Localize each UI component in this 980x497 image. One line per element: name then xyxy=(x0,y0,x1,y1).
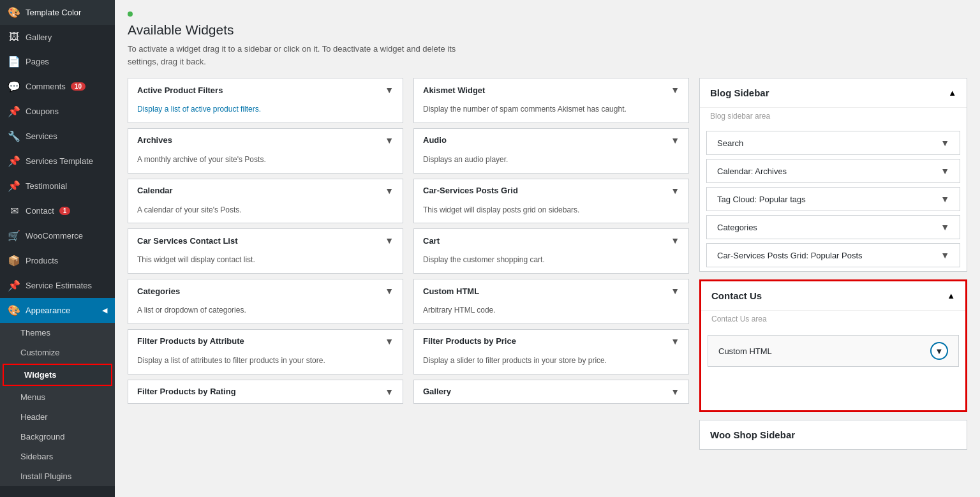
chevron-down-icon: ▼ xyxy=(385,235,394,246)
widget-car-services-contact-list-desc: This widget will display contact list. xyxy=(128,252,403,273)
sidebar-item-products[interactable]: 📦 Products xyxy=(0,248,115,273)
products-icon: 📦 xyxy=(8,255,20,267)
sidebar-item-services[interactable]: 🔧 Services xyxy=(0,124,115,149)
woocommerce-icon: 🛒 xyxy=(8,230,20,242)
widget-car-services-posts-grid-header[interactable]: Car-Services Posts Grid ▼ xyxy=(414,179,688,202)
sidebar-item-comments[interactable]: 💬 Comments 10 xyxy=(0,74,115,99)
sidebar-item-contact[interactable]: ✉ Contact 1 xyxy=(0,198,115,223)
gallery-icon: 🖼 xyxy=(8,31,20,43)
chevron-down-icon: ▼ xyxy=(935,346,944,356)
blog-sidebar-panel: Blog Sidebar ▲ Blog sidebar area Search … xyxy=(699,78,967,272)
sidebar-item-gallery[interactable]: 🖼 Gallery xyxy=(0,25,115,49)
chevron-down-icon: ▼ xyxy=(385,135,394,145)
widget-categories-desc: A list or dropdown of categories. xyxy=(128,302,403,323)
contact-icon: ✉ xyxy=(8,205,20,217)
widget-gallery[interactable]: Gallery ▼ xyxy=(413,380,689,404)
widget-car-services-posts-grid[interactable]: Car-Services Posts Grid ▼ This widget wi… xyxy=(413,179,689,224)
widget-audio-header[interactable]: Audio ▼ xyxy=(414,129,688,152)
widget-calendar-header[interactable]: Calendar ▼ xyxy=(128,179,403,202)
sidebar-item-appearance[interactable]: 🎨 Appearance ◀ xyxy=(0,298,115,323)
services-icon: 🔧 xyxy=(8,130,20,142)
testimonial-icon: 📌 xyxy=(8,180,20,192)
widget-filter-products-by-attribute-header[interactable]: Filter Products by Attribute ▼ xyxy=(128,330,403,353)
sidebar-item-woocommerce[interactable]: 🛒 WooCommerce xyxy=(0,223,115,248)
chevron-down-icon: ▼ xyxy=(385,186,394,196)
widget-filter-products-by-price-desc: Display a slider to filter products in y… xyxy=(414,353,688,374)
chevron-down-icon: ▼ xyxy=(671,135,679,145)
sidebar-item-service-estimates[interactable]: 📌 Service Estimates xyxy=(0,273,115,298)
widget-akismet[interactable]: Akismet Widget ▼ Display the number of s… xyxy=(413,78,689,123)
comments-badge: 10 xyxy=(71,82,85,91)
widget-filter-products-by-rating-header[interactable]: Filter Products by Rating ▼ xyxy=(128,380,403,403)
chevron-down-icon: ▼ xyxy=(671,387,679,397)
main-content: Available Widgets To activate a widget d… xyxy=(115,0,980,497)
submenu-sidebars[interactable]: Sidebars xyxy=(0,447,115,466)
widget-gallery-header[interactable]: Gallery ▼ xyxy=(414,380,688,403)
custom-html-expand-button[interactable]: ▼ xyxy=(930,342,948,360)
widget-calendar[interactable]: Calendar ▼ A calendar of your site's Pos… xyxy=(128,179,403,224)
widget-active-product-filters-header[interactable]: Active Product Filters ▼ xyxy=(128,78,403,101)
submenu-header[interactable]: Header xyxy=(0,407,115,427)
widget-active-product-filters[interactable]: Active Product Filters ▼ Display a list … xyxy=(128,78,403,123)
contact-us-custom-html-widget[interactable]: Custom HTML ▼ xyxy=(708,335,959,367)
coupons-icon: 📌 xyxy=(8,105,20,117)
blog-sidebar-widget-car-services-posts[interactable]: Car-Services Posts Grid: Popular Posts ▼ xyxy=(706,243,960,267)
template-color-icon: 🎨 xyxy=(8,6,20,19)
blog-sidebar-widget-categories[interactable]: Categories ▼ xyxy=(706,215,960,239)
woo-shop-sidebar-header[interactable]: Woo Shop Sidebar xyxy=(700,420,967,449)
chevron-down-icon: ▼ xyxy=(940,138,949,148)
blog-sidebar-title: Blog Sidebar xyxy=(710,87,769,98)
sidebar-item-pages[interactable]: 📄 Pages xyxy=(0,49,115,74)
submenu-menus[interactable]: Menus xyxy=(0,387,115,407)
submenu-customize[interactable]: Customize xyxy=(0,343,115,362)
blog-sidebar-panel-header[interactable]: Blog Sidebar ▲ xyxy=(700,78,967,108)
widget-custom-html[interactable]: Custom HTML ▼ Arbitrary HTML code. xyxy=(413,279,689,324)
chevron-down-icon: ▼ xyxy=(385,286,394,296)
widget-akismet-header[interactable]: Akismet Widget ▼ xyxy=(414,78,688,101)
widget-car-services-contact-list-header[interactable]: Car Services Contact List ▼ xyxy=(128,229,403,252)
chevron-down-icon: ▼ xyxy=(385,387,394,397)
widget-calendar-desc: A calendar of your site's Posts. xyxy=(128,202,403,223)
chevron-up-icon: ▲ xyxy=(947,291,955,300)
sidebar-item-coupons[interactable]: 📌 Coupons xyxy=(0,99,115,124)
widget-active-product-filters-desc: Display a list of active product filters… xyxy=(128,101,403,122)
widget-filter-products-by-rating[interactable]: Filter Products by Rating ▼ xyxy=(128,380,403,404)
page-description: To activate a widget drag it to a sideba… xyxy=(128,43,485,68)
sidebar-item-testimonial[interactable]: 📌 Testimonial xyxy=(0,174,115,198)
widget-archives-header[interactable]: Archives ▼ xyxy=(128,129,403,152)
contact-badge: 1 xyxy=(59,207,71,215)
widget-akismet-desc: Display the number of spam comments Akis… xyxy=(414,101,688,122)
widget-archives[interactable]: Archives ▼ A monthly archive of your sit… xyxy=(128,128,403,174)
widget-car-services-posts-grid-desc: This widget will display posts grid on s… xyxy=(414,202,688,223)
submenu-background[interactable]: Background xyxy=(0,427,115,447)
widget-categories[interactable]: Categories ▼ A list or dropdown of categ… xyxy=(128,279,403,324)
chevron-down-icon: ▼ xyxy=(385,85,394,95)
widget-categories-header[interactable]: Categories ▼ xyxy=(128,279,403,302)
widget-filter-products-by-attribute[interactable]: Filter Products by Attribute ▼ Display a… xyxy=(128,329,403,375)
widget-custom-html-header[interactable]: Custom HTML ▼ xyxy=(414,279,688,302)
widget-filter-products-by-attribute-desc: Display a list of attributes to filter p… xyxy=(128,353,403,374)
widget-cart-header[interactable]: Cart ▼ xyxy=(414,229,688,252)
blog-sidebar-widget-calendar-archives[interactable]: Calendar: Archives ▼ xyxy=(706,159,960,183)
blog-sidebar-widget-tag-cloud[interactable]: Tag Cloud: Popular tags ▼ xyxy=(706,187,960,211)
widget-car-services-contact-list[interactable]: Car Services Contact List ▼ This widget … xyxy=(128,228,403,274)
widgets-left-column: Active Product Filters ▼ Display a list … xyxy=(128,78,403,450)
sidebar-item-template-color[interactable]: 🎨 Template Color xyxy=(0,0,115,25)
widget-filter-products-by-price[interactable]: Filter Products by Price ▼ Display a sli… xyxy=(413,329,689,375)
contact-us-subtitle: Contact Us area xyxy=(701,311,965,330)
submenu-install-plugins[interactable]: Install Plugins xyxy=(0,466,115,486)
widget-filter-products-by-price-header[interactable]: Filter Products by Price ▼ xyxy=(414,330,688,353)
woo-shop-sidebar-panel: Woo Shop Sidebar xyxy=(699,420,967,450)
widget-audio[interactable]: Audio ▼ Displays an audio player. xyxy=(413,128,689,174)
submenu-widgets[interactable]: Widgets xyxy=(3,364,112,386)
status-dot xyxy=(128,11,133,17)
widget-cart-desc: Display the customer shopping cart. xyxy=(414,252,688,273)
chevron-down-icon: ▼ xyxy=(385,336,394,346)
widgets-area: Active Product Filters ▼ Display a list … xyxy=(128,78,967,450)
submenu-themes[interactable]: Themes xyxy=(0,323,115,343)
blog-sidebar-widget-search[interactable]: Search ▼ xyxy=(706,131,960,155)
widget-cart[interactable]: Cart ▼ Display the customer shopping car… xyxy=(413,228,689,274)
sidebar-item-services-template[interactable]: 📌 Services Template xyxy=(0,149,115,174)
sidebars-area: Blog Sidebar ▲ Blog sidebar area Search … xyxy=(699,78,967,450)
contact-us-panel-header[interactable]: Contact Us ▲ xyxy=(701,281,965,311)
